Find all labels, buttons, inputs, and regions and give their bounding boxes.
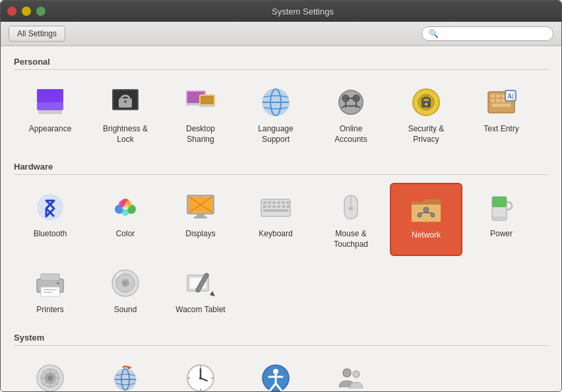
svg-rect-62 [286,201,290,204]
settings-item-bluetooth[interactable]: Bluetooth [14,183,86,256]
settings-item-appearance[interactable]: Appearance [14,78,86,151]
svg-rect-61 [282,201,285,204]
search-input[interactable] [441,29,546,38]
svg-point-75 [423,207,429,212]
system-settings-window: System Settings All Settings 🔍 Personal … [0,0,562,392]
svg-point-47 [125,201,132,207]
section-personal-title: Personal [14,57,548,70]
window-title: System Settings [51,7,555,16]
svg-point-7 [124,100,127,103]
details-icon [32,360,68,391]
text-entry-label: Text Entry [484,124,518,135]
power-icon [484,189,519,225]
settings-content: Personal Appearance [1,46,561,391]
svg-point-129 [353,371,359,377]
svg-point-17 [339,90,363,114]
mouse-touchpad-label: Mouse &Touchpad [334,229,368,249]
svg-point-48 [119,201,125,207]
svg-rect-58 [268,201,271,204]
svg-rect-82 [493,216,505,219]
svg-rect-37 [492,104,511,107]
settings-item-brightness-lock[interactable]: Brightness &Lock [89,78,162,151]
svg-rect-30 [496,94,500,98]
settings-item-text-entry[interactable]: A| Text Entry [465,78,538,151]
wacom-tablet-label: Wacom Tablet [175,305,225,315]
svg-point-77 [431,213,435,217]
svg-rect-60 [277,201,280,204]
svg-rect-2 [38,110,62,114]
svg-rect-55 [194,216,207,218]
settings-item-online-accounts[interactable]: OnlineAccounts [315,78,387,151]
svg-marker-96 [210,291,215,296]
settings-item-network[interactable]: Network [390,183,462,256]
settings-item-details[interactable]: Details [14,354,86,391]
sound-icon [108,265,143,301]
settings-item-mouse-touchpad[interactable]: Mouse &Touchpad [315,183,387,256]
svg-rect-31 [501,94,505,98]
svg-rect-69 [263,209,288,212]
section-system-title: System [14,333,548,346]
user-accounts-icon [333,360,369,391]
settings-item-language-support[interactable]: LanguageSupport [239,78,312,151]
svg-point-72 [349,207,353,211]
svg-rect-29 [491,94,495,98]
svg-rect-63 [263,205,266,208]
mouse-touchpad-icon [333,189,369,225]
settings-item-time-date[interactable]: Time & Date [164,354,237,391]
minimize-button[interactable] [22,7,31,16]
svg-rect-1 [37,89,63,102]
svg-rect-86 [44,289,57,290]
settings-item-wacom-tablet[interactable]: Wacom Tablet [164,259,237,322]
universal-access-icon [258,360,294,391]
svg-point-27 [425,103,427,106]
svg-rect-33 [491,99,495,102]
svg-rect-66 [277,205,280,208]
svg-point-88 [57,282,59,284]
settings-item-security-privacy[interactable]: Security &Privacy [390,78,462,151]
svg-rect-65 [272,205,276,208]
software-updates-icon [108,360,143,391]
online-accounts-icon [333,84,369,120]
settings-item-user-accounts[interactable]: User Accounts [315,354,387,391]
bluetooth-icon [32,189,68,225]
settings-item-displays[interactable]: Displays [164,183,237,256]
appearance-icon [32,84,68,120]
search-box[interactable]: 🔍 [422,26,553,41]
brightness-lock-label: Brightness &Lock [103,124,148,145]
svg-point-92 [124,282,127,284]
svg-point-76 [418,213,422,217]
svg-rect-12 [201,96,214,104]
system-grid: Details Software &Up [14,354,548,391]
svg-point-128 [343,369,351,377]
text-entry-icon: A| [484,84,519,120]
settings-item-keyboard[interactable]: Keyboard [239,183,312,256]
hardware-grid: Bluetooth Color [14,183,548,322]
settings-item-desktop-sharing[interactable]: DesktopSharing [164,78,237,151]
svg-rect-13 [199,105,215,107]
svg-rect-81 [492,197,507,207]
settings-item-software-updates[interactable]: Software &Updates [89,354,162,391]
svg-point-40 [37,194,63,220]
displays-label: Displays [185,229,215,240]
brightness-lock-icon [108,84,143,120]
settings-item-power[interactable]: Power [465,183,538,256]
network-label: Network [412,230,441,241]
all-settings-button[interactable]: All Settings [9,26,65,42]
svg-line-106 [55,372,57,374]
settings-item-sound[interactable]: Sound [89,259,162,322]
printers-icon [32,265,68,301]
section-hardware-title: Hardware [14,162,548,175]
sound-label: Sound [114,305,137,315]
close-button[interactable] [7,7,16,16]
settings-item-universal-access[interactable]: UniversalAccess [239,354,312,391]
color-icon [108,189,143,225]
svg-rect-59 [272,201,276,204]
printers-label: Printers [36,305,63,315]
svg-rect-54 [197,214,204,216]
settings-item-printers[interactable]: Printers [14,259,86,322]
titlebar: System Settings [1,1,561,22]
power-label: Power [490,229,513,240]
desktop-sharing-icon [183,84,218,120]
maximize-button[interactable] [36,7,46,16]
settings-item-color[interactable]: Color [89,183,162,256]
